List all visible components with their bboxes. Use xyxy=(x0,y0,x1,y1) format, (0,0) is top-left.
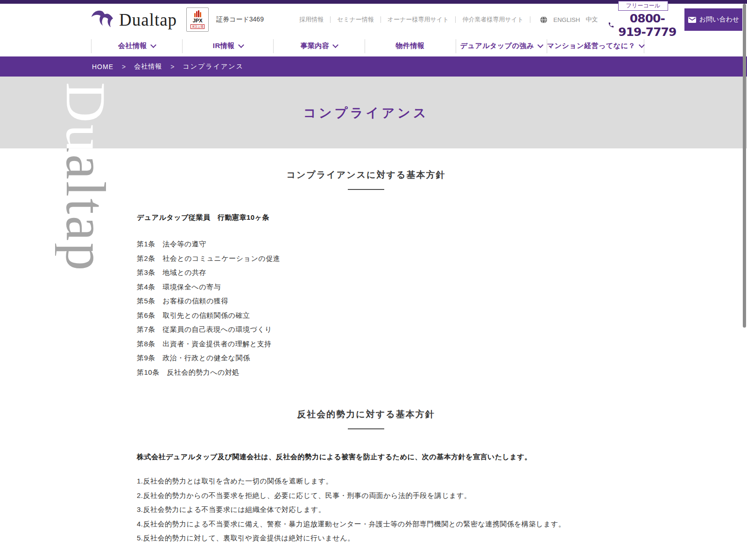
utility-nav: 採用情報 セミナー情報 オーナー様専用サイト 仲介業者様専用サイト xyxy=(293,15,530,24)
section-heading-antisocial: 反社会的勢力に対する基本方針 xyxy=(93,408,639,420)
divider xyxy=(530,16,530,23)
breadcrumb-current: コンプライアンス xyxy=(183,63,244,71)
globe-icon xyxy=(540,16,548,24)
free-call-block: フリーコール 0800-919-7779 xyxy=(608,1,678,39)
breadcrumb-home[interactable]: HOME xyxy=(92,63,113,70)
scrollbar-thumb[interactable] xyxy=(743,4,746,328)
list-item: 4.反社会的勢力による不当要求に備え、警察・暴力追放運動センター・弁護士等の外部… xyxy=(137,517,639,532)
utility-link-broker-site[interactable]: 仲介業者様専用サイト xyxy=(456,15,530,24)
nav-item-ir[interactable]: IR情報 xyxy=(182,39,273,53)
free-call-label: フリーコール xyxy=(618,1,668,11)
list-item: 第5条 お客様の信頼の獲得 xyxy=(137,294,639,308)
chevron-down-icon xyxy=(333,42,339,48)
chevron-down-icon xyxy=(150,42,156,48)
list-item: 2.反社会的勢力からの不当要求を拒絶し、必要に応じて、民事・刑事の両面から法的手… xyxy=(137,489,639,503)
heading-underline xyxy=(348,428,384,429)
utility-link-seminar[interactable]: セミナー情報 xyxy=(331,15,381,24)
company-logo[interactable]: Dualtap xyxy=(91,9,177,30)
swallow-bird-icon xyxy=(91,9,115,30)
nav-item-company[interactable]: 会社情報 xyxy=(91,39,182,53)
logo-wordmark: Dualtap xyxy=(119,10,177,30)
list-item: 第2条 社会とのコミュニケーションの促進 xyxy=(137,252,639,266)
utility-link-owner-site[interactable]: オーナー様専用サイト xyxy=(381,15,456,24)
lang-english[interactable]: ENGLISH xyxy=(553,16,580,23)
phone-handset-icon xyxy=(608,20,614,30)
list-item: 第10条 反社会的勢力への対処 xyxy=(137,365,639,380)
lang-chinese[interactable]: 中文 xyxy=(585,15,598,24)
language-switcher: ENGLISH 中文 xyxy=(537,15,598,24)
envelope-icon xyxy=(688,17,696,23)
chevron-down-icon xyxy=(238,42,244,48)
heading-underline xyxy=(348,189,384,190)
jpx-bars-icon xyxy=(194,10,201,17)
stock-code: 証券コード3469 xyxy=(216,15,264,24)
antisocial-lead: 株式会社デュアルタップ及び関連会社は、反社会的勢力による被害を防止するために、次… xyxy=(93,453,639,462)
main-content: コンプライアンスに対する基本方針 デュアルタップ従業員 行動憲章10ヶ条 第1条… xyxy=(93,169,639,546)
phone-number[interactable]: 0800-919-7779 xyxy=(608,12,678,39)
list-item: 1.反社会的勢力とは取引を含めた一切の関係を遮断します。 xyxy=(137,474,639,489)
section-heading-compliance: コンプライアンスに対する基本方針 xyxy=(93,169,639,181)
utility-link-recruit[interactable]: 採用情報 xyxy=(293,15,330,24)
list-item: 第1条 法令等の遵守 xyxy=(137,237,639,252)
nav-item-business[interactable]: 事業内容 xyxy=(273,39,364,53)
list-item: 第7条 従業員の自己表現への環境づくり xyxy=(137,322,639,337)
breadcrumb: HOME > 会社情報 > コンプライアンス xyxy=(0,56,747,77)
nav-item-what-is-condo[interactable]: マンション経営ってなに？ xyxy=(547,39,644,53)
jpx-listed-badge: JPX 東証上場 xyxy=(186,7,209,32)
list-item: 第6条 取引先との信頼関係の確立 xyxy=(137,308,639,323)
page-hero-banner: コンプライアンス xyxy=(0,77,747,148)
code-of-conduct-title: デュアルタップ従業員 行動憲章10ヶ条 xyxy=(93,213,639,222)
contact-button[interactable]: お問い合わせ xyxy=(684,8,742,31)
list-item: 第9条 政治・行政との健全な関係 xyxy=(137,351,639,365)
antisocial-policy-list: 1.反社会的勢力とは取引を含めた一切の関係を遮断します。 2.反社会的勢力からの… xyxy=(93,474,639,546)
nav-item-properties[interactable]: 物件情報 xyxy=(365,39,456,53)
chevron-down-icon xyxy=(537,42,543,48)
list-item: 第8条 出資者・資金提供者の理解と支持 xyxy=(137,337,639,351)
list-item: 第4条 環境保全への寄与 xyxy=(137,280,639,294)
list-item: 5.反社会的勢力に対して、裏取引や資金提供は絶対に行いません。 xyxy=(137,531,639,546)
list-item: 第3条 地域との共存 xyxy=(137,266,639,280)
list-item: 3.反社会勢力による不当要求には組織全体で対応します。 xyxy=(137,503,639,517)
breadcrumb-separator: > xyxy=(170,63,174,70)
breadcrumb-separator: > xyxy=(122,63,126,70)
site-header: Dualtap JPX 東証上場 証券コード3469 採用情報 セミナー情報 オ… xyxy=(0,4,747,35)
chevron-down-icon xyxy=(639,42,645,48)
code-of-conduct-list: 第1条 法令等の遵守 第2条 社会とのコミュニケーションの促進 第3条 地域との… xyxy=(93,237,639,379)
page-title: コンプライアンス xyxy=(0,105,732,121)
breadcrumb-company[interactable]: 会社情報 xyxy=(134,63,162,71)
main-nav: 会社情報 IR情報 事業内容 物件情報 デュアルタップの強み マンション経営って… xyxy=(0,35,747,56)
nav-item-strengths[interactable]: デュアルタップの強み xyxy=(456,39,547,53)
